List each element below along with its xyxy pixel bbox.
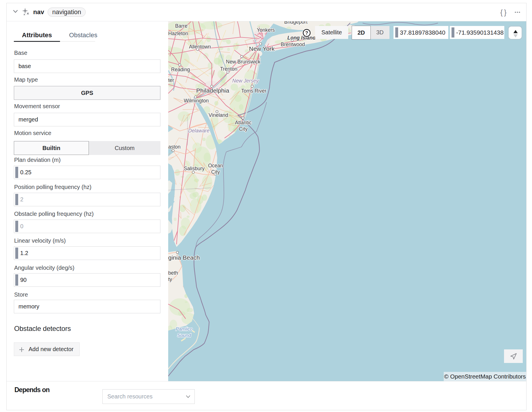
svg-text:Delaware: Delaware	[188, 128, 209, 134]
svg-text:ty: ty	[168, 276, 172, 282]
svg-text:Salisbury: Salisbury	[184, 166, 205, 171]
svg-text:New Brunswick: New Brunswick	[226, 59, 261, 65]
svg-text:Brentwood: Brentwood	[281, 42, 305, 47]
svg-text:Hazleton: Hazleton	[168, 31, 188, 36]
svg-text:aston: aston	[168, 144, 181, 150]
svg-text:New Jersey: New Jersey	[232, 78, 259, 84]
svg-text:Pamlico: Pamlico	[176, 326, 193, 332]
svg-text:Long Island: Long Island	[287, 35, 316, 41]
svg-text:City: City	[211, 169, 220, 175]
svg-text:Atlantic: Atlantic	[235, 120, 252, 126]
svg-text:New York: New York	[249, 45, 275, 52]
svg-text:Reading: Reading	[171, 67, 190, 72]
svg-text:Ocean: Ocean	[208, 163, 223, 168]
svg-text:beth: beth	[168, 270, 178, 276]
svg-text:Sound: Sound	[177, 333, 191, 338]
svg-text:Yonkers: Yonkers	[257, 27, 275, 33]
svg-text:Trenton: Trenton	[220, 66, 237, 72]
svg-text:Allentown: Allentown	[189, 44, 211, 50]
svg-text:Bridgeport: Bridgeport	[284, 21, 308, 25]
svg-text:Philadelphia: Philadelphia	[196, 87, 229, 94]
svg-text:?: ?	[305, 30, 308, 35]
svg-text:Toms River: Toms River	[241, 88, 267, 94]
svg-text:Barre: Barre	[175, 23, 188, 29]
svg-text:Wilmington: Wilmington	[184, 98, 209, 104]
svg-text:ter: ter	[168, 77, 174, 83]
svg-text:Vineland: Vineland	[209, 112, 228, 118]
svg-text:ginia Beach: ginia Beach	[168, 254, 200, 261]
svg-text:City: City	[239, 126, 248, 132]
